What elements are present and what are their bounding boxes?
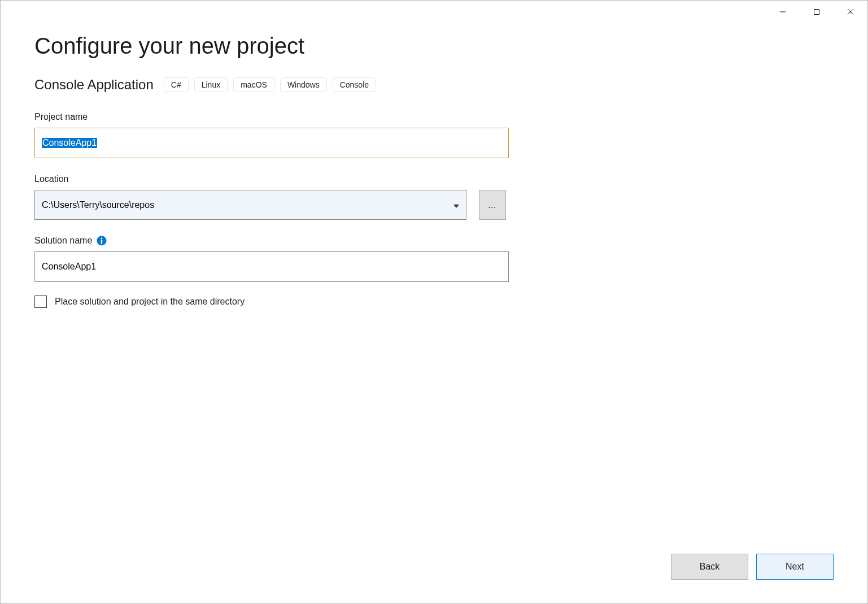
location-value: C:\Users\Terry\source\repos	[42, 200, 154, 210]
same-directory-label: Place solution and project in the same d…	[55, 297, 245, 307]
back-button[interactable]: Back	[671, 554, 748, 580]
tag: Linux	[194, 77, 228, 92]
chevron-down-icon	[453, 200, 459, 210]
info-icon[interactable]	[97, 236, 107, 246]
project-name-input[interactable]: ConsoleApp1	[34, 128, 509, 158]
project-name-label: Project name	[34, 112, 506, 122]
project-name-value: ConsoleApp1	[42, 138, 97, 148]
same-directory-checkbox[interactable]	[34, 296, 47, 308]
tag: Windows	[280, 77, 327, 92]
maximize-button[interactable]	[800, 1, 834, 23]
solution-name-label: Solution name	[34, 236, 506, 246]
page-title: Configure your new project	[34, 33, 834, 59]
template-tags: C# Linux macOS Windows Console	[164, 77, 376, 92]
tag: C#	[164, 77, 189, 92]
svg-rect-1	[814, 10, 819, 15]
svg-point-6	[101, 238, 103, 240]
svg-rect-7	[101, 240, 102, 244]
template-summary: Console Application C# Linux macOS Windo…	[34, 77, 834, 93]
browse-button[interactable]: ...	[479, 190, 506, 220]
solution-name-input[interactable]	[34, 251, 509, 282]
location-label: Location	[34, 174, 506, 184]
tag: Console	[333, 77, 376, 92]
footer-buttons: Back Next	[671, 554, 834, 580]
location-combo[interactable]: C:\Users\Terry\source\repos	[34, 190, 466, 220]
template-name: Console Application	[34, 77, 154, 93]
window-controls	[766, 1, 867, 23]
solution-name-label-text: Solution name	[34, 236, 92, 246]
minimize-button[interactable]	[766, 1, 800, 23]
tag: macOS	[233, 77, 274, 92]
close-button[interactable]	[834, 1, 867, 23]
svg-marker-4	[453, 205, 459, 208]
next-button[interactable]: Next	[756, 554, 834, 580]
